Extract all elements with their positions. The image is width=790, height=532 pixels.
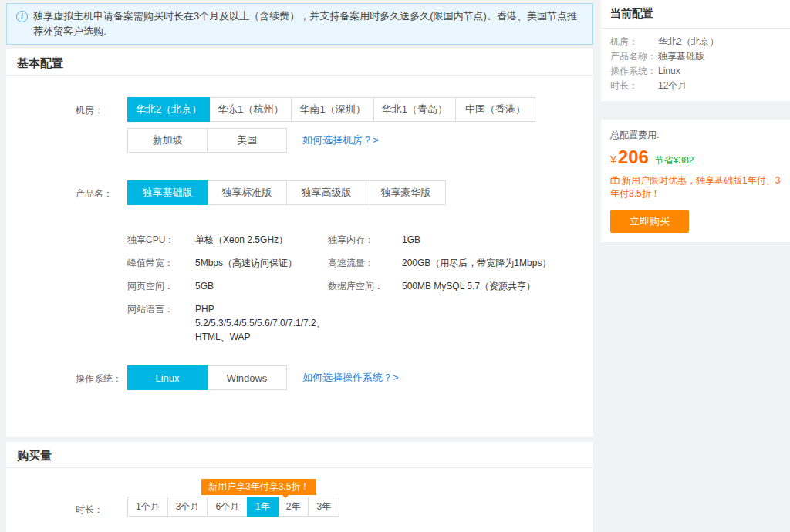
- specs-row: 独享CPU： 单核（Xeon 2.5GHz） 独享内存： 1GB 峰值带宽： 5…: [6, 233, 593, 344]
- spec-label: 网页空间：: [127, 279, 195, 293]
- spec-value: 单核（Xeon 2.5GHz）: [195, 233, 328, 247]
- spec-label: 数据库空间：: [328, 279, 402, 293]
- spec-label: 网站语言：: [127, 302, 195, 316]
- datacenter-option-2[interactable]: 华东1（杭州）: [209, 97, 292, 122]
- config-row-value: 独享基础版: [658, 49, 704, 64]
- product-option-4[interactable]: 独享豪华版: [366, 180, 446, 205]
- basic-config-title: 基本配置: [6, 49, 593, 76]
- basic-config-panel: 基本配置 机房： 华北2（北京） 华东1（杭州） 华南1（深圳） 华北1（青岛）…: [6, 49, 593, 437]
- product-option-1[interactable]: 独享基础版: [127, 180, 208, 205]
- datacenter-option-1[interactable]: 华北2（北京）: [127, 97, 210, 122]
- spec-label: 高速流量：: [328, 256, 402, 270]
- datacenter-options-row2: 新加坡 美国 如何选择机房？>: [127, 128, 535, 153]
- spec-label: 峰值带宽：: [127, 256, 195, 270]
- current-config-title: 当前配置: [601, 0, 790, 29]
- promo-note: 新用户限时优惠，独享基础版1年付、3年付3.5折！: [610, 174, 781, 200]
- spec-value: 200GB（用尽后，带宽降为1Mbps）: [402, 256, 560, 270]
- product-options: 独享基础版 独享标准版 独享高级版 独享豪华版: [127, 180, 446, 205]
- sidebar-divider: [601, 101, 790, 120]
- datacenter-option-4[interactable]: 华北1（青岛）: [373, 97, 456, 122]
- datacenter-option-7[interactable]: 美国: [207, 128, 287, 153]
- config-row-value: Linux: [658, 64, 680, 79]
- product-option-3[interactable]: 独享高级版: [286, 180, 366, 205]
- promo-text: 新用户限时优惠，独享基础版1年付、3年付3.5折！: [610, 175, 780, 199]
- info-icon: i: [16, 11, 28, 22]
- duration-label: 时长：: [76, 497, 127, 517]
- new-user-promo-tooltip: 新用户享3年付享3.5折！: [201, 479, 316, 495]
- os-row: 操作系统： Linux Windows 如何选择操作系统？>: [6, 365, 593, 390]
- os-option-windows[interactable]: Windows: [207, 365, 287, 390]
- currency-symbol: ¥: [610, 153, 616, 166]
- main-column: i 独享虚拟主机申请备案需购买时长在3个月及以上（含续费），并支持备案用时多久送…: [0, 0, 593, 532]
- total-price: 206: [618, 146, 649, 168]
- config-row-datacenter: 机房： 华北2（北京）: [610, 35, 781, 49]
- specs-label-spacer: [76, 233, 127, 240]
- product-specs: 独享CPU： 单核（Xeon 2.5GHz） 独享内存： 1GB 峰值带宽： 5…: [127, 233, 560, 344]
- purchase-title: 购买量: [6, 442, 593, 468]
- duration-option-3m[interactable]: 3个月: [167, 497, 208, 517]
- os-options: Linux Windows 如何选择操作系统？>: [127, 365, 399, 390]
- config-row-value: 华北2（北京）: [658, 35, 719, 49]
- config-row-label: 时长：: [610, 79, 658, 93]
- product-label: 产品名：: [76, 180, 127, 200]
- savings-badge: 节省¥382: [655, 154, 694, 167]
- current-config-card: 当前配置 机房： 华北2（北京） 产品名称： 独享基础版 操作系统： Linux…: [601, 0, 790, 101]
- datacenter-row: 机房： 华北2（北京） 华东1（杭州） 华南1（深圳） 华北1（青岛） 中国（香…: [6, 97, 593, 153]
- config-row-value: 12个月: [658, 79, 687, 93]
- duration-options: 1个月 3个月 6个月 1年 2年 3年: [127, 497, 339, 517]
- config-row-label: 产品名称：: [610, 49, 658, 64]
- spec-label: 独享内存：: [328, 233, 402, 247]
- price-card: 总配置费用: ¥ 206 节省¥382 新用户限时优惠，独享基础版1年付、3年付…: [601, 120, 790, 242]
- os-option-linux[interactable]: Linux: [127, 365, 208, 390]
- duration-option-1m[interactable]: 1个月: [127, 497, 168, 517]
- buy-now-button[interactable]: 立即购买: [610, 210, 689, 233]
- spec-value: 1GB: [402, 233, 560, 247]
- config-row-os: 操作系统： Linux: [610, 64, 781, 79]
- current-config-sidebar: 当前配置 机房： 华北2（北京） 产品名称： 独享基础版 操作系统： Linux…: [601, 0, 790, 242]
- spec-value: 5Mbps（高速访问保证）: [195, 256, 328, 270]
- config-row-product: 产品名称： 独享基础版: [610, 49, 781, 64]
- duration-option-1y[interactable]: 1年: [247, 497, 279, 517]
- config-row-label: 操作系统：: [610, 64, 658, 79]
- notice-text: 独享虚拟主机申请备案需购买时长在3个月及以上（含续费），并支持备案用时多久送多久…: [33, 10, 577, 37]
- total-cost-label: 总配置费用:: [610, 129, 781, 142]
- datacenter-option-6[interactable]: 新加坡: [127, 128, 208, 153]
- datacenter-help-link[interactable]: 如何选择机房？>: [302, 128, 379, 153]
- purchase-panel: 购买量 时长： 新用户享3年付享3.5折！ 1个月 3个月 6个月 1年 2年 …: [6, 442, 593, 532]
- os-label: 操作系统：: [76, 365, 127, 386]
- os-help-link[interactable]: 如何选择操作系统？>: [302, 365, 399, 390]
- product-option-2[interactable]: 独享标准版: [207, 180, 287, 205]
- datacenter-label: 机房：: [76, 97, 127, 117]
- product-row: 产品名： 独享基础版 独享标准版 独享高级版 独享豪华版: [6, 180, 593, 205]
- datacenter-options-row1: 华北2（北京） 华东1（杭州） 华南1（深圳） 华北1（青岛） 中国（香港）: [127, 97, 535, 122]
- notice-banner: i 独享虚拟主机申请备案需购买时长在3个月及以上（含续费），并支持备案用时多久送…: [6, 3, 593, 45]
- spec-value: 500MB MySQL 5.7（资源共享）: [402, 279, 560, 293]
- gift-icon: [610, 175, 620, 184]
- duration-option-6m[interactable]: 6个月: [207, 497, 248, 517]
- config-row-label: 机房：: [610, 35, 658, 49]
- duration-row: 时长： 新用户享3年付享3.5折！ 1个月 3个月 6个月 1年 2年 3年: [6, 497, 593, 517]
- datacenter-option-3[interactable]: 华南1（深圳）: [291, 97, 373, 122]
- duration-option-3y[interactable]: 3年: [308, 497, 339, 517]
- config-row-duration: 时长： 12个月: [610, 79, 781, 93]
- spec-value: 5GB: [195, 279, 328, 293]
- spec-value: PHP 5.2/5.3/5.4/5.5/5.6/7.0/7.1/7.2、HTML…: [195, 302, 328, 344]
- datacenter-option-5[interactable]: 中国（香港）: [455, 97, 535, 122]
- spec-label: 独享CPU：: [127, 233, 195, 247]
